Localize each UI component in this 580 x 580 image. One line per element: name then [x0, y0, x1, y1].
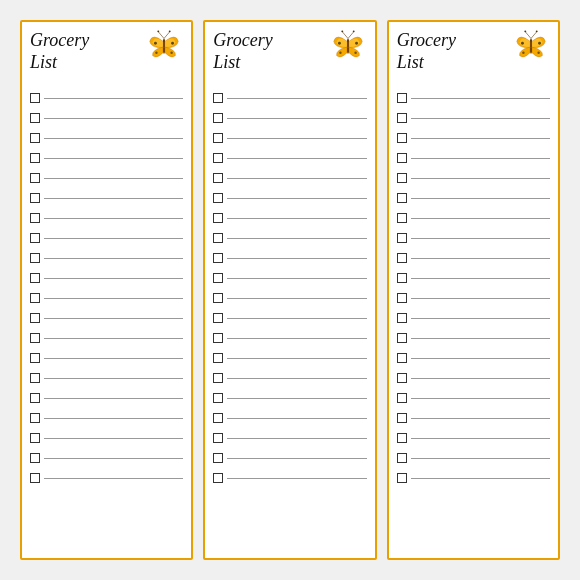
list-item[interactable]: [213, 108, 366, 128]
checkbox[interactable]: [397, 273, 407, 283]
list-item[interactable]: [397, 228, 550, 248]
list-item[interactable]: [397, 248, 550, 268]
checkbox[interactable]: [30, 453, 40, 463]
checkbox[interactable]: [213, 273, 223, 283]
list-item[interactable]: [213, 148, 366, 168]
checkbox[interactable]: [30, 193, 40, 203]
list-item[interactable]: [213, 448, 366, 468]
checkbox[interactable]: [397, 233, 407, 243]
list-item[interactable]: [397, 168, 550, 188]
list-item[interactable]: [397, 188, 550, 208]
checkbox[interactable]: [30, 413, 40, 423]
checkbox[interactable]: [30, 333, 40, 343]
checkbox[interactable]: [397, 353, 407, 363]
checkbox[interactable]: [30, 393, 40, 403]
checkbox[interactable]: [30, 313, 40, 323]
list-item[interactable]: [213, 308, 366, 328]
checkbox[interactable]: [397, 393, 407, 403]
checkbox[interactable]: [213, 473, 223, 483]
list-item[interactable]: [30, 468, 183, 488]
list-item[interactable]: [397, 88, 550, 108]
checkbox[interactable]: [213, 393, 223, 403]
list-item[interactable]: [213, 468, 366, 488]
list-item[interactable]: [213, 208, 366, 228]
checkbox[interactable]: [213, 93, 223, 103]
checkbox[interactable]: [397, 413, 407, 423]
checkbox[interactable]: [397, 453, 407, 463]
list-item[interactable]: [30, 288, 183, 308]
checkbox[interactable]: [213, 253, 223, 263]
checkbox[interactable]: [397, 133, 407, 143]
checkbox[interactable]: [397, 293, 407, 303]
checkbox[interactable]: [213, 173, 223, 183]
list-item[interactable]: [397, 208, 550, 228]
list-item[interactable]: [397, 388, 550, 408]
list-item[interactable]: [30, 128, 183, 148]
list-item[interactable]: [30, 308, 183, 328]
checkbox[interactable]: [213, 313, 223, 323]
checkbox[interactable]: [30, 113, 40, 123]
list-item[interactable]: [30, 268, 183, 288]
checkbox[interactable]: [213, 453, 223, 463]
checkbox[interactable]: [213, 133, 223, 143]
checkbox[interactable]: [30, 253, 40, 263]
checkbox[interactable]: [397, 333, 407, 343]
list-item[interactable]: [397, 148, 550, 168]
list-item[interactable]: [397, 268, 550, 288]
checkbox[interactable]: [397, 313, 407, 323]
checkbox[interactable]: [213, 373, 223, 383]
checkbox[interactable]: [397, 193, 407, 203]
list-item[interactable]: [397, 428, 550, 448]
list-item[interactable]: [30, 108, 183, 128]
checkbox[interactable]: [30, 173, 40, 183]
checkbox[interactable]: [397, 433, 407, 443]
list-item[interactable]: [30, 188, 183, 208]
checkbox[interactable]: [213, 293, 223, 303]
list-item[interactable]: [213, 288, 366, 308]
list-item[interactable]: [213, 88, 366, 108]
checkbox[interactable]: [30, 93, 40, 103]
list-item[interactable]: [30, 208, 183, 228]
list-item[interactable]: [30, 408, 183, 428]
list-item[interactable]: [213, 228, 366, 248]
checkbox[interactable]: [30, 233, 40, 243]
list-item[interactable]: [213, 348, 366, 368]
list-item[interactable]: [30, 88, 183, 108]
list-item[interactable]: [30, 328, 183, 348]
checkbox[interactable]: [30, 473, 40, 483]
list-item[interactable]: [213, 268, 366, 288]
list-item[interactable]: [213, 128, 366, 148]
list-item[interactable]: [213, 328, 366, 348]
list-item[interactable]: [213, 168, 366, 188]
list-item[interactable]: [213, 368, 366, 388]
checkbox[interactable]: [397, 93, 407, 103]
list-item[interactable]: [30, 428, 183, 448]
list-item[interactable]: [397, 468, 550, 488]
checkbox[interactable]: [213, 233, 223, 243]
list-item[interactable]: [397, 328, 550, 348]
list-item[interactable]: [213, 388, 366, 408]
checkbox[interactable]: [397, 373, 407, 383]
checkbox[interactable]: [30, 273, 40, 283]
checkbox[interactable]: [213, 333, 223, 343]
list-item[interactable]: [30, 228, 183, 248]
list-item[interactable]: [397, 308, 550, 328]
list-item[interactable]: [30, 388, 183, 408]
checkbox[interactable]: [397, 253, 407, 263]
checkbox[interactable]: [30, 213, 40, 223]
checkbox[interactable]: [397, 113, 407, 123]
checkbox[interactable]: [213, 353, 223, 363]
checkbox[interactable]: [397, 213, 407, 223]
list-item[interactable]: [30, 348, 183, 368]
checkbox[interactable]: [213, 193, 223, 203]
checkbox[interactable]: [30, 373, 40, 383]
checkbox[interactable]: [30, 433, 40, 443]
checkbox[interactable]: [30, 133, 40, 143]
checkbox[interactable]: [213, 433, 223, 443]
checkbox[interactable]: [213, 413, 223, 423]
list-item[interactable]: [397, 408, 550, 428]
checkbox[interactable]: [30, 293, 40, 303]
list-item[interactable]: [397, 368, 550, 388]
checkbox[interactable]: [397, 473, 407, 483]
list-item[interactable]: [397, 348, 550, 368]
